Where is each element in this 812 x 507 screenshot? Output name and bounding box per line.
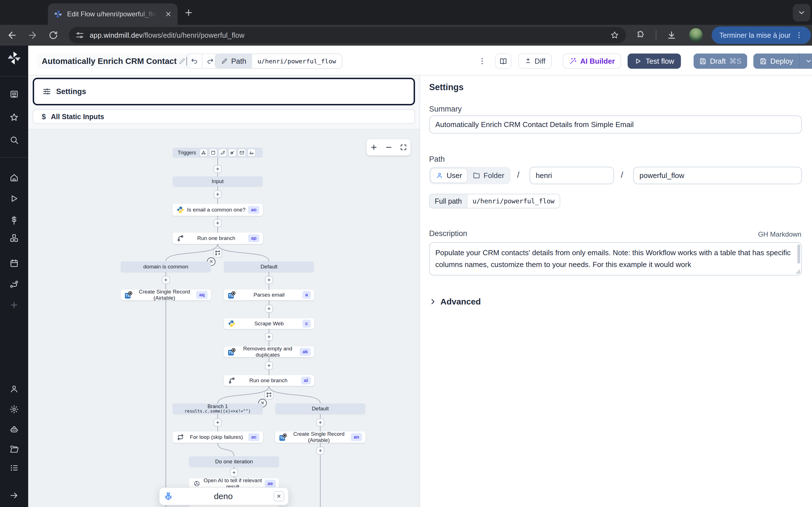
deno-tooltip[interactable]: deno ✕ [159, 487, 289, 505]
sidebar-item-apps[interactable] [0, 90, 28, 99]
flow-node[interactable]: TS Parses emaila [224, 290, 314, 300]
email-trigger-icon[interactable] [238, 149, 246, 156]
openai-icon [193, 480, 201, 488]
insert-step-button[interactable]: + [265, 305, 273, 313]
sidebar-item-resources[interactable] [0, 233, 28, 243]
browser-update-button[interactable]: Terminer la mise à jour [712, 26, 811, 44]
flow-node[interactable]: Run one branchap [172, 233, 263, 244]
flow-node-branch[interactable]: Default [275, 403, 365, 414]
insert-step-button[interactable]: + [230, 469, 238, 476]
sidebar-item-home[interactable] [0, 173, 28, 182]
insert-step-button[interactable]: + [265, 276, 273, 284]
nav-static-inputs-box[interactable]: $ All Static Inputs [33, 109, 415, 124]
folder-toggle[interactable]: Folder [468, 171, 509, 180]
new-tab-icon[interactable] [184, 8, 193, 17]
flow-title[interactable]: Automatically Enrich CRM Contact [37, 54, 192, 69]
user-toggle[interactable]: User [430, 168, 468, 183]
sidebar-item-account[interactable] [0, 384, 28, 394]
flow-node-branch[interactable]: domain is common [121, 262, 211, 272]
insert-step-button[interactable]: + [265, 362, 273, 370]
flow-node-input[interactable]: Input [172, 176, 263, 186]
sidebar-item-folders[interactable] [0, 445, 28, 454]
address-bar[interactable]: app.windmill.dev/flows/edit/u/henri/powe… [69, 27, 626, 43]
sidebar-collapse-icon[interactable] [0, 491, 28, 500]
deploy-button[interactable]: Deploy [753, 54, 812, 69]
nav-settings-box[interactable]: Settings [33, 78, 415, 105]
poll-trigger-icon[interactable] [248, 149, 255, 156]
route-trigger-icon[interactable] [219, 149, 226, 156]
flow-node-partial[interactable]: ag [189, 505, 279, 507]
insert-step-button[interactable]: + [214, 165, 221, 173]
zoom-out-icon[interactable] [385, 144, 393, 151]
schedule-trigger-icon[interactable] [209, 149, 217, 156]
sidebar-item-logs[interactable] [0, 463, 28, 473]
docs-button[interactable] [495, 54, 511, 69]
insert-step-button[interactable]: + [214, 219, 221, 227]
insert-step-button[interactable]: + [316, 447, 324, 455]
add-branch-button[interactable] [264, 390, 273, 399]
insert-step-button[interactable]: + [214, 190, 221, 198]
add-branch-button[interactable] [213, 248, 222, 258]
zoom-in-icon[interactable] [370, 144, 378, 151]
flow-node[interactable]: Run one branchal [224, 375, 314, 386]
insert-step-button[interactable]: + [316, 418, 324, 427]
websocket-trigger-icon[interactable] [229, 149, 236, 156]
sidebar-item-variables[interactable] [0, 215, 28, 225]
fit-view-icon[interactable] [400, 144, 407, 151]
more-options-kebab[interactable] [476, 54, 488, 69]
sidebar-item-search[interactable] [0, 135, 28, 145]
tab-search-button[interactable] [793, 4, 810, 21]
path-name-input[interactable]: powerful_flow [633, 167, 802, 184]
flow-node-iteration[interactable]: Do one iteration [189, 456, 279, 467]
close-tooltip-button[interactable]: ✕ [273, 491, 284, 501]
insert-step-button[interactable]: + [214, 418, 221, 427]
flow-node[interactable]: Is email a common one?ao [172, 204, 263, 216]
ai-builder-button[interactable]: AI Builder [563, 54, 621, 69]
sidebar-item-add[interactable] [0, 300, 28, 310]
flow-node[interactable]: TS Create Single Record (Airtable)aq [121, 290, 211, 300]
summary-input[interactable]: Automatically Enrich CRM Contact Details… [429, 115, 802, 133]
flow-node[interactable]: TS Create Single Record (Airtable)an [275, 432, 365, 443]
reload-button[interactable] [49, 31, 58, 40]
sidebar-item-runs[interactable] [0, 194, 28, 203]
insert-step-button[interactable]: + [162, 276, 170, 284]
diff-button[interactable]: Diff [518, 54, 552, 69]
test-flow-button[interactable]: Test flow [627, 54, 681, 69]
undo-button[interactable] [186, 54, 202, 69]
flow-graph-canvas[interactable]: Triggers + + + + + + + + + + + + ✕ [28, 129, 419, 507]
insert-step-button[interactable]: + [265, 333, 273, 341]
textarea-resize-handle[interactable] [796, 270, 800, 274]
back-button[interactable] [7, 30, 17, 41]
bookmark-star-icon[interactable] [610, 31, 619, 40]
tab-close-icon[interactable] [165, 10, 172, 18]
flow-node[interactable]: TS Removes empty and duplicatesak [224, 346, 314, 357]
textarea-scrollbar[interactable] [797, 244, 800, 264]
path-button[interactable]: Path u/henri/powerful_flow [215, 54, 342, 69]
flow-node[interactable]: For loop (skip failures)ac [172, 432, 263, 443]
windmill-logo[interactable] [0, 51, 28, 65]
extensions-icon[interactable] [636, 31, 646, 40]
profile-avatar[interactable] [689, 28, 703, 42]
advanced-toggle[interactable]: Advanced [429, 297, 481, 306]
browser-menu-kebab-icon[interactable] [795, 31, 803, 39]
triggers-node[interactable]: Triggers [172, 148, 263, 158]
path-user-input[interactable]: henri [529, 167, 614, 184]
flow-node[interactable]: Scrape Webc [224, 318, 314, 329]
webhook-trigger-icon[interactable] [200, 149, 207, 156]
flow-node-branch[interactable]: Branch 1 results.c.some((x)=>x!="") [172, 403, 263, 414]
sidebar-item-schedules[interactable] [0, 259, 28, 268]
deploy-dropdown[interactable] [799, 54, 812, 69]
download-icon[interactable] [666, 30, 677, 40]
flow-node-branch[interactable]: Default [224, 262, 314, 272]
sidebar-item-favorites[interactable] [0, 113, 28, 122]
path-separator: / [517, 170, 519, 180]
draft-button[interactable]: Draft⌘S [694, 54, 747, 69]
canvas-zoom-controls[interactable] [366, 139, 410, 156]
description-textarea[interactable]: Populate your CRM contacts' details from… [429, 242, 802, 276]
sidebar-item-routes[interactable] [0, 279, 28, 289]
forward-button[interactable] [27, 30, 38, 41]
sidebar-item-settings[interactable] [0, 404, 28, 414]
site-settings-icon[interactable] [75, 31, 84, 40]
sidebar-item-workers[interactable] [0, 425, 28, 434]
browser-tab[interactable]: Edit Flow u/henri/powerful_flo [48, 3, 177, 25]
